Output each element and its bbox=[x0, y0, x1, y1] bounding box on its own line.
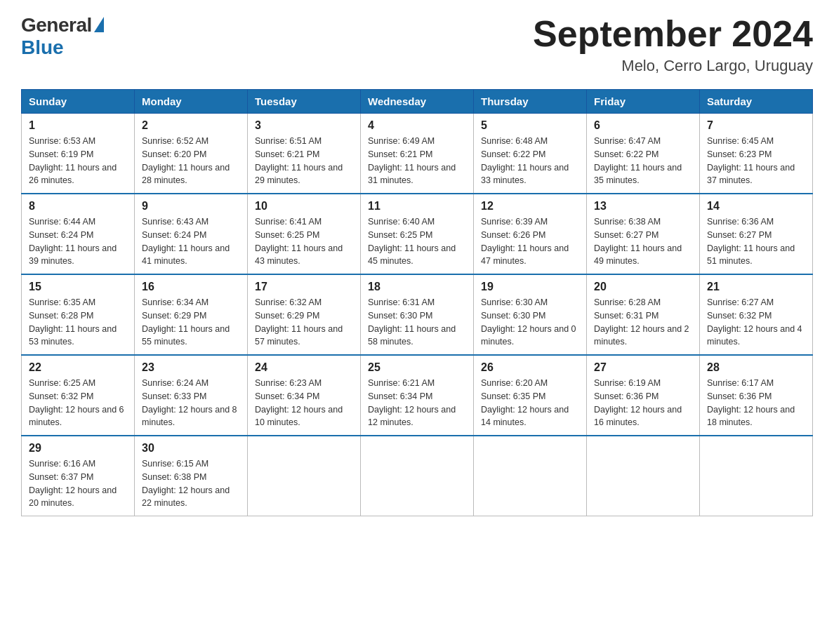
day-info: Sunrise: 6:30 AMSunset: 6:30 PMDaylight:… bbox=[481, 296, 579, 349]
header-wednesday: Wednesday bbox=[361, 90, 474, 114]
day-info: Sunrise: 6:20 AMSunset: 6:35 PMDaylight:… bbox=[481, 377, 579, 429]
day-number: 3 bbox=[255, 119, 353, 132]
calendar-cell: 10Sunrise: 6:41 AMSunset: 6:25 PMDayligh… bbox=[248, 194, 361, 274]
calendar-cell: 6Sunrise: 6:47 AMSunset: 6:22 PMDaylight… bbox=[587, 114, 700, 194]
calendar-cell: 29Sunrise: 6:16 AMSunset: 6:37 PMDayligh… bbox=[22, 436, 135, 516]
calendar-cell: 25Sunrise: 6:21 AMSunset: 6:34 PMDayligh… bbox=[361, 355, 474, 436]
day-info: Sunrise: 6:28 AMSunset: 6:31 PMDaylight:… bbox=[594, 296, 692, 349]
day-info: Sunrise: 6:36 AMSunset: 6:27 PMDaylight:… bbox=[707, 215, 805, 268]
day-info: Sunrise: 6:19 AMSunset: 6:36 PMDaylight:… bbox=[594, 377, 692, 429]
calendar-cell bbox=[474, 436, 587, 516]
day-number: 1 bbox=[29, 119, 127, 132]
calendar-table: SundayMondayTuesdayWednesdayThursdayFrid… bbox=[21, 89, 813, 516]
logo: General Blue bbox=[21, 14, 104, 59]
day-number: 29 bbox=[29, 442, 127, 455]
day-info: Sunrise: 6:27 AMSunset: 6:32 PMDaylight:… bbox=[707, 296, 805, 349]
day-info: Sunrise: 6:21 AMSunset: 6:34 PMDaylight:… bbox=[368, 377, 466, 429]
header-thursday: Thursday bbox=[474, 90, 587, 114]
calendar-cell: 26Sunrise: 6:20 AMSunset: 6:35 PMDayligh… bbox=[474, 355, 587, 436]
day-info: Sunrise: 6:48 AMSunset: 6:22 PMDaylight:… bbox=[481, 135, 579, 187]
day-info: Sunrise: 6:39 AMSunset: 6:26 PMDaylight:… bbox=[481, 215, 579, 268]
calendar-cell: 9Sunrise: 6:43 AMSunset: 6:24 PMDaylight… bbox=[135, 194, 248, 274]
header-tuesday: Tuesday bbox=[248, 90, 361, 114]
month-year-title: September 2024 bbox=[533, 14, 813, 54]
day-info: Sunrise: 6:47 AMSunset: 6:22 PMDaylight:… bbox=[594, 135, 692, 187]
header-saturday: Saturday bbox=[700, 90, 813, 114]
calendar-cell: 12Sunrise: 6:39 AMSunset: 6:26 PMDayligh… bbox=[474, 194, 587, 274]
day-info: Sunrise: 6:34 AMSunset: 6:29 PMDaylight:… bbox=[142, 296, 240, 349]
calendar-cell: 7Sunrise: 6:45 AMSunset: 6:23 PMDaylight… bbox=[700, 114, 813, 194]
day-info: Sunrise: 6:17 AMSunset: 6:36 PMDaylight:… bbox=[707, 377, 805, 429]
calendar-cell: 8Sunrise: 6:44 AMSunset: 6:24 PMDaylight… bbox=[22, 194, 135, 274]
calendar-cell: 28Sunrise: 6:17 AMSunset: 6:36 PMDayligh… bbox=[700, 355, 813, 436]
calendar-cell: 13Sunrise: 6:38 AMSunset: 6:27 PMDayligh… bbox=[587, 194, 700, 274]
calendar-cell: 1Sunrise: 6:53 AMSunset: 6:19 PMDaylight… bbox=[22, 114, 135, 194]
header-sunday: Sunday bbox=[22, 90, 135, 114]
calendar-cell: 2Sunrise: 6:52 AMSunset: 6:20 PMDaylight… bbox=[135, 114, 248, 194]
day-number: 21 bbox=[707, 281, 805, 293]
calendar-cell: 27Sunrise: 6:19 AMSunset: 6:36 PMDayligh… bbox=[587, 355, 700, 436]
page-header: General Blue September 2024 Melo, Cerro … bbox=[21, 14, 813, 75]
day-number: 22 bbox=[29, 361, 127, 374]
week-row-1: 1Sunrise: 6:53 AMSunset: 6:19 PMDaylight… bbox=[22, 114, 813, 194]
day-number: 8 bbox=[29, 200, 127, 213]
day-number: 9 bbox=[142, 200, 240, 213]
header-friday: Friday bbox=[587, 90, 700, 114]
day-info: Sunrise: 6:24 AMSunset: 6:33 PMDaylight:… bbox=[142, 377, 240, 429]
day-info: Sunrise: 6:53 AMSunset: 6:19 PMDaylight:… bbox=[29, 135, 127, 187]
week-row-4: 22Sunrise: 6:25 AMSunset: 6:32 PMDayligh… bbox=[22, 355, 813, 436]
day-number: 5 bbox=[481, 119, 579, 132]
day-number: 14 bbox=[707, 200, 805, 213]
day-info: Sunrise: 6:15 AMSunset: 6:38 PMDaylight:… bbox=[142, 457, 240, 510]
calendar-header-row: SundayMondayTuesdayWednesdayThursdayFrid… bbox=[22, 90, 813, 114]
calendar-cell: 15Sunrise: 6:35 AMSunset: 6:28 PMDayligh… bbox=[22, 274, 135, 355]
day-number: 15 bbox=[29, 281, 127, 293]
calendar-cell: 19Sunrise: 6:30 AMSunset: 6:30 PMDayligh… bbox=[474, 274, 587, 355]
calendar-cell: 21Sunrise: 6:27 AMSunset: 6:32 PMDayligh… bbox=[700, 274, 813, 355]
week-row-2: 8Sunrise: 6:44 AMSunset: 6:24 PMDaylight… bbox=[22, 194, 813, 274]
day-number: 20 bbox=[594, 281, 692, 293]
day-info: Sunrise: 6:25 AMSunset: 6:32 PMDaylight:… bbox=[29, 377, 127, 429]
title-block: September 2024 Melo, Cerro Largo, Urugua… bbox=[533, 14, 813, 75]
day-info: Sunrise: 6:23 AMSunset: 6:34 PMDaylight:… bbox=[255, 377, 353, 429]
calendar-cell: 16Sunrise: 6:34 AMSunset: 6:29 PMDayligh… bbox=[135, 274, 248, 355]
day-info: Sunrise: 6:32 AMSunset: 6:29 PMDaylight:… bbox=[255, 296, 353, 349]
header-monday: Monday bbox=[135, 90, 248, 114]
day-info: Sunrise: 6:43 AMSunset: 6:24 PMDaylight:… bbox=[142, 215, 240, 268]
day-info: Sunrise: 6:51 AMSunset: 6:21 PMDaylight:… bbox=[255, 135, 353, 187]
day-number: 23 bbox=[142, 361, 240, 374]
day-info: Sunrise: 6:38 AMSunset: 6:27 PMDaylight:… bbox=[594, 215, 692, 268]
logo-triangle-icon bbox=[94, 17, 104, 32]
week-row-5: 29Sunrise: 6:16 AMSunset: 6:37 PMDayligh… bbox=[22, 436, 813, 516]
calendar-cell: 20Sunrise: 6:28 AMSunset: 6:31 PMDayligh… bbox=[587, 274, 700, 355]
calendar-cell: 23Sunrise: 6:24 AMSunset: 6:33 PMDayligh… bbox=[135, 355, 248, 436]
calendar-cell bbox=[587, 436, 700, 516]
day-info: Sunrise: 6:45 AMSunset: 6:23 PMDaylight:… bbox=[707, 135, 805, 187]
calendar-cell: 14Sunrise: 6:36 AMSunset: 6:27 PMDayligh… bbox=[700, 194, 813, 274]
day-number: 12 bbox=[481, 200, 579, 213]
calendar-cell: 17Sunrise: 6:32 AMSunset: 6:29 PMDayligh… bbox=[248, 274, 361, 355]
logo-general-text: General bbox=[21, 14, 92, 36]
day-number: 19 bbox=[481, 281, 579, 293]
day-info: Sunrise: 6:49 AMSunset: 6:21 PMDaylight:… bbox=[368, 135, 466, 187]
calendar-cell bbox=[361, 436, 474, 516]
logo-blue-text: Blue bbox=[21, 36, 64, 59]
day-number: 26 bbox=[481, 361, 579, 374]
day-info: Sunrise: 6:44 AMSunset: 6:24 PMDaylight:… bbox=[29, 215, 127, 268]
day-number: 28 bbox=[707, 361, 805, 374]
calendar-cell: 11Sunrise: 6:40 AMSunset: 6:25 PMDayligh… bbox=[361, 194, 474, 274]
calendar-cell: 24Sunrise: 6:23 AMSunset: 6:34 PMDayligh… bbox=[248, 355, 361, 436]
day-number: 30 bbox=[142, 442, 240, 455]
calendar-cell bbox=[700, 436, 813, 516]
location-subtitle: Melo, Cerro Largo, Uruguay bbox=[533, 57, 813, 75]
calendar-cell bbox=[248, 436, 361, 516]
day-number: 25 bbox=[368, 361, 466, 374]
day-number: 11 bbox=[368, 200, 466, 213]
calendar-cell: 5Sunrise: 6:48 AMSunset: 6:22 PMDaylight… bbox=[474, 114, 587, 194]
calendar-cell: 18Sunrise: 6:31 AMSunset: 6:30 PMDayligh… bbox=[361, 274, 474, 355]
week-row-3: 15Sunrise: 6:35 AMSunset: 6:28 PMDayligh… bbox=[22, 274, 813, 355]
day-number: 27 bbox=[594, 361, 692, 374]
day-number: 10 bbox=[255, 200, 353, 213]
day-info: Sunrise: 6:40 AMSunset: 6:25 PMDaylight:… bbox=[368, 215, 466, 268]
calendar-cell: 4Sunrise: 6:49 AMSunset: 6:21 PMDaylight… bbox=[361, 114, 474, 194]
